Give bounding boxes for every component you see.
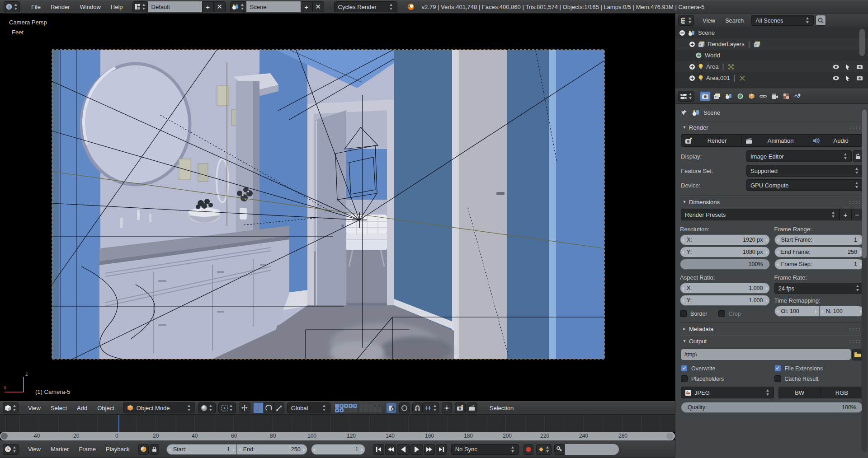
- resolution-y-field[interactable]: Y:1080 px: [680, 247, 770, 257]
- expand-icon[interactable]: [689, 75, 695, 81]
- feature-set-select[interactable]: Supported: [746, 165, 863, 177]
- device-select[interactable]: GPU Compute: [746, 179, 863, 191]
- preview-range-button[interactable]: [138, 444, 149, 455]
- metadata-panel-header[interactable]: ► Metadata ::::: [680, 323, 864, 335]
- editor-type-selector[interactable]: i: [4, 1, 20, 12]
- add-preset-button[interactable]: +: [840, 209, 851, 220]
- current-frame-field[interactable]: 1: [311, 444, 365, 455]
- timeline-editor-selector[interactable]: [3, 444, 19, 455]
- snap-element-select[interactable]: [423, 402, 439, 413]
- transform-orientation-select[interactable]: Global: [287, 402, 330, 413]
- animation-button[interactable]: Animation: [742, 134, 809, 147]
- selectability-cursor-icon[interactable]: [845, 75, 850, 81]
- tl-menu-playback[interactable]: Playback: [101, 446, 135, 453]
- keying-set-name[interactable]: [565, 444, 619, 455]
- file-extensions-checkbox[interactable]: [774, 365, 781, 372]
- outliner-menu-search[interactable]: Search: [720, 17, 749, 24]
- properties-scrollbar-track[interactable]: [862, 108, 867, 452]
- sync-mode-select[interactable]: No Sync: [451, 444, 519, 455]
- menu-file[interactable]: File: [26, 4, 46, 10]
- quality-slider[interactable]: Quality:100%: [681, 402, 863, 413]
- outliner-search-button[interactable]: [816, 15, 826, 26]
- scene-browse[interactable]: [230, 1, 246, 12]
- end-frame-field[interactable]: End:250: [237, 444, 307, 455]
- delete-scene-button[interactable]: ✕: [312, 1, 324, 12]
- panel-grip[interactable]: ::::: [849, 339, 861, 344]
- snap-toggle-button[interactable]: [412, 402, 423, 413]
- renderability-camera-icon[interactable]: [856, 64, 863, 70]
- properties-editor-selector[interactable]: [678, 91, 694, 102]
- bw-button[interactable]: BW: [778, 387, 821, 398]
- play-button[interactable]: [410, 444, 423, 455]
- v3d-menu-view[interactable]: View: [23, 405, 46, 411]
- panel-grip[interactable]: ::::: [849, 200, 861, 205]
- outliner-editor-selector[interactable]: [678, 15, 694, 26]
- manipulator-toggle[interactable]: [239, 402, 250, 413]
- add-scene-button[interactable]: +: [301, 1, 312, 12]
- outliner-row-renderlayers[interactable]: RenderLayers |: [675, 38, 868, 50]
- resolution-percent-slider[interactable]: 100%: [680, 259, 770, 270]
- render-engine-select[interactable]: Cycles Render: [334, 1, 397, 12]
- tab-object-data[interactable]: [769, 91, 780, 101]
- timeline-canvas[interactable]: [0, 415, 675, 432]
- tab-render-layers[interactable]: [712, 91, 722, 101]
- 3d-viewport[interactable]: Camera Persp Feet (1) Camera-5 x z: [0, 14, 675, 401]
- tl-menu-frame[interactable]: Frame: [74, 446, 101, 453]
- screen-layout-browse[interactable]: [132, 1, 148, 12]
- outliner-row-world[interactable]: World: [675, 50, 868, 61]
- timeline-scrollbar[interactable]: -40 -20 0 20 40 60 80 100 120 140 160 18…: [0, 432, 675, 440]
- play-reverse-button[interactable]: [397, 444, 410, 455]
- render-button[interactable]: Render: [681, 134, 742, 147]
- menu-render[interactable]: Render: [46, 4, 75, 10]
- tab-render[interactable]: [700, 91, 711, 101]
- outliner-menu-view[interactable]: View: [698, 17, 720, 24]
- visibility-eye-icon[interactable]: [832, 64, 840, 70]
- output-path-field[interactable]: /tmp\: [681, 349, 851, 360]
- start-frame-field[interactable]: Start:1: [166, 444, 237, 455]
- outliner-row-area001[interactable]: Area.001 |: [675, 72, 868, 84]
- tl-menu-marker[interactable]: Marker: [46, 446, 74, 453]
- display-select[interactable]: Image Editor: [746, 150, 852, 162]
- delete-layout-button[interactable]: ✕: [214, 1, 226, 12]
- view3d-editor-selector[interactable]: [3, 402, 19, 413]
- rgb-button[interactable]: RGB: [821, 387, 863, 398]
- menu-window[interactable]: Window: [75, 4, 106, 10]
- keying-mode-select[interactable]: [536, 444, 552, 455]
- render-panel-header[interactable]: ▼ Render ::::: [680, 122, 864, 133]
- scrollbar-right-cap[interactable]: [666, 433, 673, 439]
- render-presets-select[interactable]: Render Presets: [681, 209, 840, 220]
- tab-constraints[interactable]: [758, 91, 769, 101]
- screen-layout-name[interactable]: Default: [148, 1, 202, 12]
- frame-step-field[interactable]: Frame Step:1: [774, 259, 864, 270]
- rotate-manipulator-button[interactable]: [264, 402, 274, 413]
- panel-expand-icon[interactable]: ▼: [680, 125, 689, 130]
- panel-expand-icon[interactable]: ►: [680, 327, 689, 331]
- lock-to-scene-button[interactable]: [386, 402, 396, 413]
- tab-physics[interactable]: [792, 91, 802, 101]
- add-layout-button[interactable]: +: [202, 1, 214, 12]
- layers-block-1[interactable]: [335, 404, 357, 412]
- pin-icon[interactable]: [680, 109, 688, 117]
- translate-manipulator-button[interactable]: [253, 402, 264, 413]
- next-keyframe-button[interactable]: [424, 444, 435, 455]
- outliner-scope-select[interactable]: All Scenes: [751, 15, 814, 26]
- mode-select[interactable]: Object Mode: [123, 402, 195, 413]
- scale-manipulator-button[interactable]: [274, 402, 284, 413]
- outliner-row-area[interactable]: Area |: [675, 61, 868, 72]
- proportional-edit-button[interactable]: [399, 402, 410, 413]
- renderability-camera-icon[interactable]: [856, 75, 863, 81]
- layers-block-2[interactable]: [359, 404, 382, 412]
- remap-new-field[interactable]: N: 100: [819, 306, 864, 317]
- start-frame-field[interactable]: Start Frame:1: [774, 234, 864, 245]
- properties-scrollbar-thumb[interactable]: [862, 109, 867, 258]
- pivot-center-select[interactable]: [218, 402, 236, 413]
- file-format-select[interactable]: JPEG: [681, 387, 774, 398]
- outliner-scrollbar[interactable]: [859, 29, 865, 56]
- snap-target-button[interactable]: [442, 402, 452, 413]
- aspect-x-field[interactable]: X:1.000: [680, 283, 770, 294]
- render-opengl-button[interactable]: [455, 402, 466, 413]
- tab-scene[interactable]: [723, 91, 734, 101]
- tab-object[interactable]: [746, 91, 757, 101]
- collapse-icon[interactable]: [679, 30, 685, 36]
- aspect-y-field[interactable]: Y:1.000: [680, 295, 770, 306]
